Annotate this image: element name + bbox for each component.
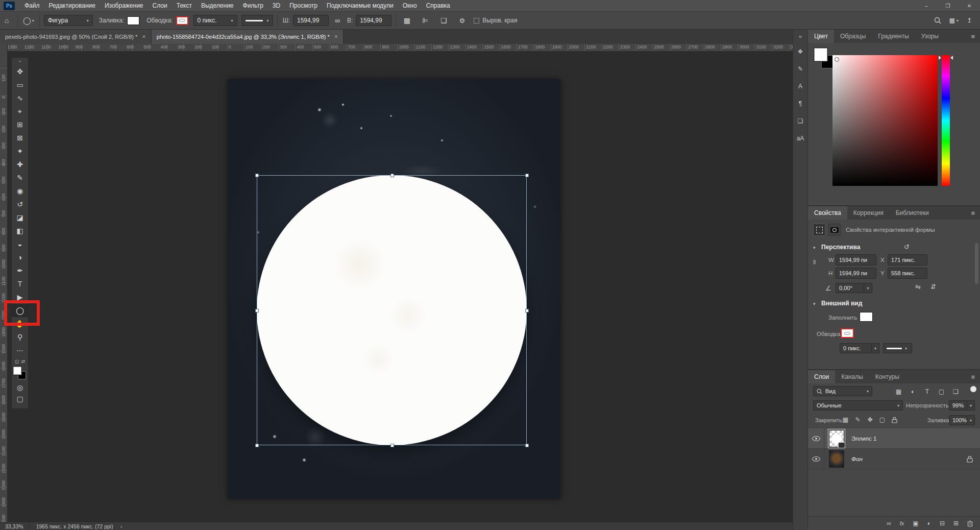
- panel-scrollbar[interactable]: [975, 243, 978, 284]
- path-operations-icon[interactable]: ▩: [400, 16, 413, 25]
- foreground-color-swatch[interactable]: [13, 367, 21, 375]
- panel-tab[interactable]: Слои: [808, 370, 835, 383]
- foreground-color-swatch[interactable]: [814, 48, 827, 61]
- ruler-origin-corner[interactable]: [0, 44, 8, 52]
- transform-handle[interactable]: [525, 309, 529, 312]
- tool-mode-select[interactable]: Фигура ▾: [44, 15, 93, 26]
- status-options-icon[interactable]: ›: [120, 523, 122, 529]
- toolbar-collapse-icon[interactable]: »: [12, 58, 28, 65]
- clone-stamp-tool[interactable]: ◉: [12, 184, 28, 198]
- dock-collapse-icon[interactable]: «: [799, 30, 802, 43]
- delete-layer-icon[interactable]: [967, 520, 973, 527]
- shape-width-input[interactable]: 1594,99: [293, 15, 329, 26]
- panel-tab[interactable]: Градиенты: [872, 30, 915, 43]
- transform-handle[interactable]: [390, 444, 394, 447]
- hue-slider-marker[interactable]: [950, 56, 953, 60]
- stroke-type-select[interactable]: ▾: [241, 15, 273, 26]
- panel-tab[interactable]: Узоры: [915, 30, 945, 43]
- chevron-down-icon[interactable]: ▾: [967, 415, 975, 425]
- lock-all-icon[interactable]: [891, 415, 898, 424]
- panel-menu-icon[interactable]: ≡: [971, 206, 980, 220]
- panel-tab[interactable]: Библиотеки: [890, 206, 935, 220]
- panel-tab[interactable]: Цвет: [808, 30, 834, 43]
- blur-tool[interactable]: ◒: [12, 237, 28, 251]
- character-panel-icon[interactable]: A: [794, 80, 807, 93]
- menu-item[interactable]: 3D: [268, 0, 285, 11]
- layer-fill-field[interactable]: 100%: [949, 415, 967, 425]
- frame-tool[interactable]: ⊠: [12, 131, 28, 144]
- type-tool[interactable]: T: [12, 277, 28, 291]
- layer-filter-toggle[interactable]: [970, 386, 976, 392]
- menu-item[interactable]: Выделение: [197, 0, 238, 11]
- chevron-down-icon[interactable]: ▾: [864, 283, 872, 293]
- character-styles-panel-icon[interactable]: aA: [794, 132, 807, 145]
- reset-icon[interactable]: ↺: [904, 243, 910, 251]
- shape-height-input[interactable]: 1594,99: [356, 15, 391, 26]
- link-dimensions-icon[interactable]: ∞: [331, 16, 344, 25]
- chevron-down-icon[interactable]: ▾: [967, 400, 975, 411]
- eyedropper-tool[interactable]: ✦: [12, 144, 28, 158]
- workspace-switcher-icon[interactable]: ▦ ▾: [949, 17, 959, 24]
- lasso-tool[interactable]: ∿: [12, 91, 28, 105]
- share-icon[interactable]: ↥: [967, 17, 972, 24]
- eraser-tool[interactable]: ◪: [12, 211, 28, 224]
- transform-handle[interactable]: [255, 309, 259, 312]
- default-colors-icon[interactable]: ◱: [15, 359, 19, 364]
- lock-artboard-icon[interactable]: ▢: [878, 415, 886, 424]
- menu-item[interactable]: Справка: [422, 0, 455, 11]
- transform-handle[interactable]: [255, 444, 259, 447]
- transform-section-header[interactable]: Перспектива: [821, 244, 860, 251]
- document-tab[interactable]: photo-1558584724-0e4d32ca55a4.jpg @ 33,3…: [152, 30, 344, 44]
- filter-smart-objects-icon[interactable]: ❏: [951, 387, 961, 396]
- menu-item[interactable]: Просмотр: [285, 0, 322, 11]
- flip-horizontal-icon[interactable]: ⇋: [915, 283, 921, 291]
- zoom-level-field[interactable]: 33,33%: [0, 522, 29, 530]
- minimize-button[interactable]: –: [916, 0, 937, 11]
- lock-image-icon[interactable]: ✎: [854, 415, 862, 424]
- menu-item[interactable]: Окно: [398, 0, 422, 11]
- menu-item[interactable]: Файл: [20, 0, 44, 11]
- transform-handle[interactable]: [525, 444, 529, 447]
- layer-thumbnail[interactable]: [829, 450, 844, 468]
- menu-item[interactable]: Изображение: [100, 0, 148, 11]
- group-layers-icon[interactable]: ⊟: [940, 520, 945, 527]
- dodge-tool[interactable]: ◑: [12, 251, 28, 264]
- close-button[interactable]: ✕: [959, 0, 980, 11]
- link-layers-icon[interactable]: ∞: [887, 520, 891, 527]
- path-arrangement-icon[interactable]: ❏: [437, 16, 450, 25]
- filter-type-layers-icon[interactable]: T: [922, 387, 932, 396]
- layer-mask-icon[interactable]: ▣: [913, 520, 918, 527]
- paragraph-panel-icon[interactable]: ¶: [794, 97, 807, 110]
- height-field[interactable]: 1594,99 пи: [836, 268, 876, 279]
- history-brush-tool[interactable]: ↺: [12, 198, 28, 211]
- layer-filter-select[interactable]: Вид ▾: [813, 386, 872, 396]
- transform-handle[interactable]: [525, 174, 529, 177]
- swap-colors-icon[interactable]: ⇄: [21, 359, 25, 364]
- live-shape-properties-button[interactable]: [813, 224, 825, 236]
- y-field[interactable]: 558 пикс.: [888, 268, 927, 279]
- filter-pixel-layers-icon[interactable]: ▦: [894, 387, 903, 396]
- hue-slider-marker[interactable]: [939, 56, 941, 60]
- lock-position-icon[interactable]: ✥: [866, 415, 874, 424]
- layer-name[interactable]: Эллипс 1: [851, 436, 876, 442]
- menu-item[interactable]: Редактирование: [44, 0, 100, 11]
- gear-icon[interactable]: ⚙: [455, 17, 469, 25]
- menu-item[interactable]: Подключаемые модули: [322, 0, 398, 11]
- fill-swatch[interactable]: [127, 16, 139, 25]
- link-dimensions-icon[interactable]: ∞: [811, 260, 819, 264]
- stroke-swatch[interactable]: [176, 16, 188, 25]
- adjustment-layer-icon[interactable]: ◐: [927, 520, 931, 527]
- lock-transparency-icon[interactable]: ▦: [842, 415, 849, 424]
- tool-preset-button[interactable]: ◯ ▾: [23, 16, 34, 25]
- panel-menu-icon[interactable]: ≡: [971, 370, 980, 383]
- healing-brush-tool[interactable]: ✚: [12, 158, 28, 171]
- menu-item[interactable]: Фильтр: [238, 0, 268, 11]
- panel-menu-icon[interactable]: ≡: [971, 30, 980, 43]
- document-tab[interactable]: pexels-photo-941693.jpeg @ 50% (Слой 2, …: [0, 30, 152, 44]
- x-field[interactable]: 171 пикс.: [888, 254, 927, 266]
- swatches-panel-icon[interactable]: ❖: [794, 45, 807, 58]
- color-picker-marker[interactable]: [835, 57, 839, 62]
- opacity-field[interactable]: 99%: [949, 400, 967, 411]
- angle-field[interactable]: 0,00°: [836, 283, 864, 293]
- stroke-swatch[interactable]: [841, 328, 854, 338]
